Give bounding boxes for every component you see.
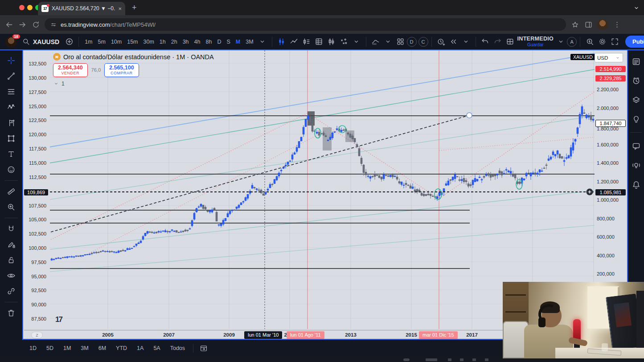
buy-button[interactable]: 2.565,100 COMPRAR [104,63,139,77]
url-field[interactable]: es.tradingview.com/chart/TeMP54Wl/ [45,18,566,31]
timeframe-M[interactable]: M [233,37,243,47]
timeframe-S[interactable]: S [224,37,233,47]
ideas-bulb-icon[interactable] [630,113,642,125]
save-label[interactable]: Guardar [527,42,544,47]
indicators-collapsed-row[interactable]: 1 [53,81,214,87]
range-5d[interactable]: 5D [43,343,57,353]
indicators-icon[interactable] [369,36,382,48]
range-6m[interactable]: 6M [95,343,110,353]
fib-retracement-icon[interactable] [4,86,18,98]
drawing-mode-lock-icon[interactable] [4,239,18,250]
layout-grid-icon[interactable] [504,36,517,48]
compare-add-icon[interactable] [63,36,75,48]
range-1d[interactable]: 1D [26,343,40,353]
browser-tab[interactable]: 17 XAUUSD 2.564,720 ▼ −0.32% × [38,2,125,15]
range-5a[interactable]: 5A [150,343,164,353]
back-icon[interactable] [4,20,13,29]
watchlist-icon[interactable] [630,56,642,67]
range-3m[interactable]: 3M [77,343,92,353]
measure-ruler-icon[interactable] [4,186,18,197]
timeframes-chevron-icon[interactable] [256,36,269,48]
create-alert-icon[interactable] [435,36,447,48]
sell-button[interactable]: 2.564,340 VENDER [53,63,88,77]
side-panel-icon[interactable] [584,20,593,29]
legend-title-text[interactable]: Oro al contado/Dólar estadounidense · 1M… [63,53,214,61]
window-minimize-button[interactable] [27,5,33,10]
chart-style-column-icon[interactable] [300,36,313,48]
timeframe-3h[interactable]: 3h [180,37,192,47]
redo-icon[interactable] [492,36,504,48]
sync-drawings-link-icon[interactable] [4,285,18,297]
emoji-tool-icon[interactable] [4,164,18,175]
publish-button[interactable]: Publicar [625,36,644,48]
timeframe-5m[interactable]: 5m [95,37,108,47]
forecast-tool-icon[interactable] [4,117,18,129]
alerts-icon[interactable] [630,75,642,86]
symbol-name[interactable]: XAUUSD [33,38,59,45]
point-figure-icon[interactable] [338,36,350,48]
timeframe-1h[interactable]: 1h [157,37,168,47]
text-tool-icon[interactable] [4,148,18,160]
chart-style-chevron-icon[interactable] [350,36,363,48]
quick-access-a-badge[interactable]: A [567,37,577,47]
remove-drawings-trash-icon[interactable] [4,307,18,319]
go-to-date-icon[interactable] [198,343,209,354]
object-tree-layers-icon[interactable] [630,94,642,106]
quick-search-icon[interactable] [583,36,596,48]
replay-chevron-icon[interactable] [460,36,472,48]
timeframe-2h[interactable]: 2h [168,37,180,47]
continuous-badge[interactable]: C [418,37,428,47]
reload-icon[interactable] [31,20,40,29]
browser-profile-avatar[interactable] [597,19,608,30]
timezone-badge[interactable]: Z [31,332,43,338]
indicators-chevron-icon[interactable] [382,36,394,48]
chevron-down-icon[interactable] [632,4,640,12]
timeframe-1m[interactable]: 1m [82,37,95,47]
lock-drawings-icon[interactable] [4,254,18,266]
chart-style-line-icon[interactable] [288,36,300,48]
left-price-scale[interactable]: 132,500130,000127,500125,000122,500120,0… [23,50,49,330]
new-tab-button[interactable]: + [132,4,137,12]
browser-menu-icon[interactable] [612,20,621,29]
user-avatar[interactable]: 18 [5,36,17,48]
pattern-tool-icon[interactable] [4,102,18,113]
layout-chevron-icon[interactable] [554,36,567,48]
timeframe-8h[interactable]: 8h [203,37,214,47]
shapes-tool-icon[interactable] [4,133,18,144]
settings-gear-icon[interactable] [596,36,608,48]
timeframe-10m[interactable]: 10m [108,37,124,47]
symbol-search-icon[interactable] [20,36,32,48]
timeframe-3M[interactable]: 3M [243,37,256,47]
crosshair-tool-icon[interactable] [4,55,18,66]
chart-style-candles-icon[interactable] [275,36,288,48]
window-close-button[interactable] [19,5,25,10]
range-1a[interactable]: 1A [133,343,147,353]
dividends-badge[interactable]: D [407,37,417,47]
timeframe-15m[interactable]: 15m [124,37,140,47]
trendline-tool-icon[interactable] [4,70,18,82]
layout-name[interactable]: INTERMEDIO Guardar [517,36,554,47]
timeframe-4h[interactable]: 4h [192,37,203,47]
timeframe-30m[interactable]: 30m [141,37,157,47]
indicator-templates-icon[interactable] [394,36,407,48]
live-streams-icon[interactable] [630,159,642,171]
chat-icon[interactable] [630,140,642,152]
fullscreen-icon[interactable] [608,36,621,48]
currency-dropdown[interactable]: USD [595,53,623,62]
tab-close-icon[interactable]: × [118,5,122,12]
site-info-icon[interactable] [50,20,57,29]
hide-drawings-eye-icon[interactable] [4,270,18,281]
range-todos[interactable]: Todos [167,343,189,353]
undo-icon[interactable] [479,36,492,48]
timeframe-D[interactable]: D [214,37,224,47]
hollow-candles-icon[interactable] [325,36,338,48]
zoom-in-icon[interactable] [4,201,18,213]
range-1m[interactable]: 1M [60,343,74,353]
notifications-bell-icon[interactable] [630,179,642,190]
range-ytd[interactable]: YTD [112,343,131,353]
bookmark-star-icon[interactable] [570,20,579,29]
forward-icon[interactable] [18,20,27,29]
magnet-mode-icon[interactable] [4,223,18,235]
heatmap-grid-icon[interactable] [313,36,325,48]
bar-replay-icon[interactable] [447,36,460,48]
